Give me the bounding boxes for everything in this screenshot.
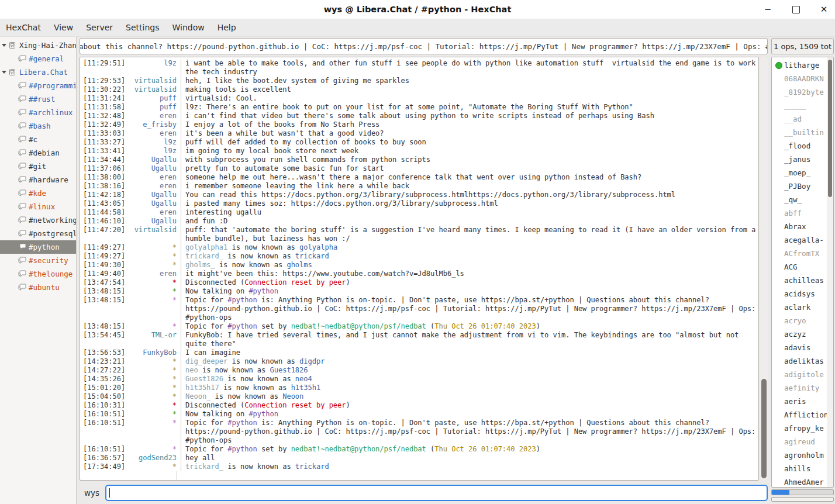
user-list-item[interactable]: _janus xyxy=(774,153,827,166)
timestamp: [11:49:40] xyxy=(83,270,127,278)
sidebar-item-postgresql[interactable]: #postgresql xyxy=(0,227,76,240)
user-list-item[interactable]: _PJBoy xyxy=(774,179,827,193)
nick: virtualsid xyxy=(127,85,181,94)
sidebar-item-c[interactable]: #c xyxy=(0,133,76,146)
userlist-scrollbar[interactable] xyxy=(827,57,833,487)
chat-line: [13:48:15]*Now talking on #python xyxy=(83,287,758,296)
user-list-item[interactable]: _8192byte xyxy=(774,85,827,99)
user-list-item[interactable]: aczyz xyxy=(774,327,827,341)
sidebar-item-label: #ubuntu xyxy=(29,283,60,292)
message-input[interactable] xyxy=(105,485,768,501)
nick: puff xyxy=(127,94,181,103)
user-nick: litharge xyxy=(784,61,819,70)
sidebar-item-thelounge[interactable]: #thelounge xyxy=(0,267,76,281)
user-nick: aeris xyxy=(784,397,806,406)
sidebar-item-bash[interactable]: #bash xyxy=(0,119,76,133)
menu-server[interactable]: Server xyxy=(86,23,113,32)
timestamp: [11:46:10] xyxy=(83,217,127,226)
user-list-item[interactable]: _____ xyxy=(774,99,827,112)
user-list-item[interactable]: Affliction xyxy=(774,408,827,422)
user-list-item[interactable]: 068AADRKN xyxy=(774,72,827,85)
user-list-item[interactable]: ahills xyxy=(774,462,827,475)
nick: l9z xyxy=(127,138,181,147)
sidebar-item-libera-chat[interactable]: Libera.Chat xyxy=(0,65,76,79)
chevron-down-icon[interactable] xyxy=(0,44,8,47)
user-list-item[interactable]: agronholm xyxy=(774,448,827,462)
maximize-button[interactable] xyxy=(791,4,801,15)
nick: * xyxy=(127,401,181,410)
nick: * xyxy=(127,261,181,270)
sidebar-item-kde[interactable]: #kde xyxy=(0,187,76,200)
user-list-item[interactable]: ACG xyxy=(774,260,827,274)
user-list-item[interactable]: __ad xyxy=(774,112,827,126)
user-list: litharge068AADRKN_8192byte_______ad__bui… xyxy=(772,57,827,487)
sidebar-item-debian[interactable]: #debian xyxy=(0,146,76,160)
sidebar-item-xing-hai-zhan[interactable]: Xing-Hai-Zhan xyxy=(0,39,76,52)
user-list-item[interactable]: adigitole xyxy=(774,368,827,381)
chat-scrollbar-thumb[interactable] xyxy=(761,379,767,478)
chat-line: [14:35:26]*Guest1826 is now known as neo… xyxy=(83,375,758,384)
chevron-down-icon[interactable] xyxy=(0,71,8,74)
sidebar-item-security[interactable]: #security xyxy=(0,254,76,267)
timestamp: [11:44:58] xyxy=(83,208,127,217)
oldnick: golyalpha1 xyxy=(185,243,227,251)
timestamp: [14:27:22] xyxy=(83,366,127,375)
sidebar-item-programming[interactable]: ##programming xyxy=(0,79,76,92)
user-list-item[interactable]: _flood xyxy=(774,139,827,153)
user-list-item[interactable]: acidsys xyxy=(774,287,827,301)
sidebar-item-archlinux[interactable]: #archlinux xyxy=(0,106,76,119)
user-list-item[interactable]: aeris xyxy=(774,395,827,408)
topic-bar[interactable]: about this channel? https://pound-python… xyxy=(80,38,768,54)
user-list-item[interactable]: litharge xyxy=(774,58,827,72)
sidebar-item-networking[interactable]: #networking xyxy=(0,213,76,227)
oldnick: h1t35h17 xyxy=(185,384,219,392)
sidebar-item-ubuntu[interactable]: #ubuntu xyxy=(0,281,76,294)
sidebar-item-linux[interactable]: #linux xyxy=(0,200,76,213)
menu-window[interactable]: Window xyxy=(172,23,204,32)
user-list-item[interactable]: afropy_ke xyxy=(774,422,827,435)
user-list-item[interactable]: aclark xyxy=(774,301,827,314)
user-list-item[interactable]: _moep_ xyxy=(774,166,827,179)
user-list-item[interactable]: acegalla- xyxy=(774,233,827,247)
user-list-item[interactable]: acryo xyxy=(774,314,827,327)
sidebar-item-hardware[interactable]: #hardware xyxy=(0,173,76,187)
chat-scrollbar[interactable] xyxy=(760,57,768,481)
user-list-item[interactable]: AhmedAmer xyxy=(774,475,827,487)
user-list-item[interactable]: achilleas xyxy=(774,274,827,287)
user-list-item[interactable]: aefinity xyxy=(774,381,827,395)
user-list-item[interactable]: _qw_ xyxy=(774,193,827,206)
close-button[interactable]: ✕ xyxy=(819,4,829,15)
nick: eren xyxy=(127,129,181,138)
chat-line: [11:29:53]virtualsidheh, I like the boot… xyxy=(83,77,758,85)
sidebar-item-rust[interactable]: ##rust xyxy=(0,92,76,106)
red: Connection reset by peer xyxy=(244,401,346,409)
chat-line: [13:48:15]*Topic for #python set by nedb… xyxy=(83,322,758,331)
oldnick: neo xyxy=(185,366,198,374)
sidebar-item-general[interactable]: #general xyxy=(0,52,76,65)
sidebar-item-python[interactable]: #python xyxy=(0,240,76,254)
menu-settings[interactable]: Settings xyxy=(126,23,159,32)
oldnick: trickard_ xyxy=(185,462,223,471)
sidebar-item-git[interactable]: #git xyxy=(0,160,76,173)
message-text: h1t35h17 is now known as h1t35h1 xyxy=(181,384,758,392)
user-list-item[interactable]: adeliktas xyxy=(774,354,827,368)
user-list-item[interactable]: abff xyxy=(774,206,827,220)
newnick: Neoon xyxy=(282,392,303,401)
sidebar-item-label: #archlinux xyxy=(29,108,73,117)
message-text: virtualsid: Cool. xyxy=(181,94,758,103)
menu-help[interactable]: Help xyxy=(218,23,236,32)
menu-hexchat[interactable]: HexChat xyxy=(6,23,41,32)
user-list-item[interactable]: __builtin xyxy=(774,126,827,139)
sidebar-item-label: #security xyxy=(29,256,68,265)
userlist-scrollbar-thumb[interactable] xyxy=(828,60,832,197)
user-list-item[interactable]: agireud xyxy=(774,435,827,448)
newnick: trickard xyxy=(295,252,329,260)
user-list-item[interactable]: Abrax xyxy=(774,220,827,233)
user-list-item[interactable]: ACfromTX xyxy=(774,247,827,260)
server-tree: Xing-Hai-Zhan#generalLibera.Chat##progra… xyxy=(0,37,77,504)
minimize-button[interactable]: − xyxy=(762,4,773,15)
message-text: Topic for #python is: Anything Python is… xyxy=(181,419,758,445)
menu-view[interactable]: View xyxy=(54,23,73,32)
user-list-item[interactable]: adavis xyxy=(774,341,827,354)
message-text: FunkyBob: I have tried several times, an… xyxy=(181,331,758,348)
